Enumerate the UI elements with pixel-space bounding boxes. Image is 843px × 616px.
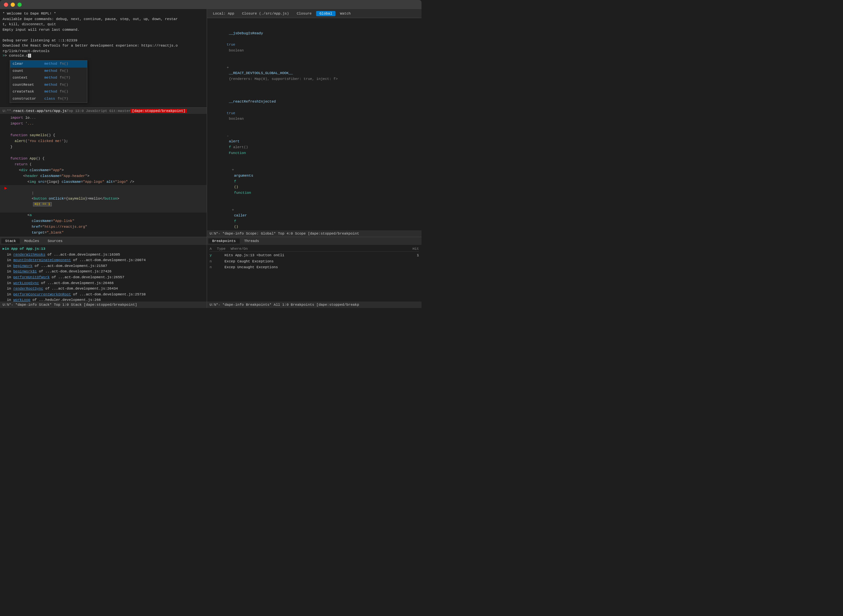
autocomplete-item-constructor[interactable]: constructor class fn(?) — [10, 95, 87, 103]
expand-jsdebug — [227, 26, 229, 30]
code-line-header-tag: <header className="App-header"> — [0, 173, 207, 179]
var-type-reactrefresh: boolean — [227, 117, 244, 121]
var-val-reactrefresh: true — [227, 111, 235, 115]
ac-sig-constructor: fn(?) — [57, 96, 68, 102]
scope-tab-global[interactable]: Global — [316, 11, 336, 16]
scope-tab-local[interactable]: Local: App — [210, 11, 238, 16]
var-type-arguments: f — [232, 180, 236, 183]
autocomplete-item-clear[interactable]: clear method fn() — [10, 60, 87, 67]
bp-row-2: n Excep Caught Exceptions — [210, 258, 419, 265]
bottom-panel: Stack Modules Sources ▶in App of App.js:… — [0, 237, 207, 308]
autocomplete-item-count[interactable]: count method fn() — [10, 67, 87, 75]
code-line-blank2 — [0, 150, 207, 156]
autocomplete-item-context[interactable]: context method fn(?) — [10, 75, 87, 82]
bp-col-type: Type — [217, 247, 226, 251]
repl-area[interactable]: * Welcome to Dape REPL! * Available Dape… — [0, 9, 207, 107]
scope-tab-closure[interactable]: Closure — [293, 11, 315, 16]
bottom-status: U:%*- *dape-info Stack* Top 1:0 Stack [d… — [0, 302, 207, 308]
stack-line-4: in beginWork$1 of ...act-dom.development… — [3, 269, 204, 275]
bp-where-3: Excep Uncaught Exceptions — [224, 264, 414, 270]
code-line-classname: className="App-link" — [0, 219, 207, 224]
var-key-alert: alert — [227, 139, 240, 143]
left-panel: * Welcome to Dape REPL! * Available Dape… — [0, 9, 207, 308]
ac-type-countreset: method — [44, 82, 57, 88]
var-type-alert: f alert() — [227, 145, 248, 149]
var-val-reactdevtools: {renderers: Map(0), supportsFiber: true,… — [227, 77, 338, 81]
stack-line-3: in beginWork of ...act-dom.development.j… — [3, 263, 204, 269]
autocomplete-dropdown: clear method fn() count method fn() cont… — [10, 60, 87, 103]
var-fn-alert: Function — [227, 151, 246, 155]
var-type2-arguments: function — [232, 191, 251, 195]
scope-tab-watch[interactable]: Watch — [337, 11, 354, 16]
stack-line-8: in performConcurrentWorkOnRoot of ...act… — [3, 292, 204, 298]
code-line-import2: import '... — [0, 121, 207, 127]
bp-where-1: Hits App.js:13 <button onCli — [224, 252, 412, 258]
repl-server: Debug server listening at ::1:62339 — [3, 38, 204, 43]
var-line-reactrefresh: __reactRefreshInjected true boolean — [210, 88, 419, 128]
bp-row-1: y Hits App.js:13 <button onCli 1 — [210, 252, 419, 258]
autocomplete-item-countreset[interactable]: countReset method fn() — [10, 82, 87, 89]
ac-type-constructor: class — [44, 96, 55, 102]
vars-area[interactable]: __jsDebugIsReady true boolean + __REACT_… — [207, 18, 421, 230]
code-modeline: U:**- react-test-app/src/App.js Top 13:0… — [0, 107, 207, 114]
ac-type-createtask: method — [44, 89, 57, 95]
ac-name-context: context — [13, 75, 42, 81]
var-key-jsdebug: __jsDebugIsReady — [227, 31, 263, 35]
autocomplete-item-createtask[interactable]: createTask method fn() — [10, 88, 87, 95]
var-val-arguments: () — [232, 185, 238, 189]
code-line-button: ► | <button onClick={sayHello}>Hello</bu… — [0, 185, 207, 213]
code-line-app-decl: function App() { — [0, 156, 207, 162]
var-val-caller: () — [232, 225, 238, 229]
ac-sig-createtask: fn() — [60, 89, 68, 95]
maximize-button[interactable] — [18, 3, 22, 7]
code-line-header: import lo... — [0, 115, 207, 121]
minimize-button[interactable] — [11, 3, 15, 7]
right-bottom-panel: Breakpoints Threads A Type Where/On Hit … — [207, 237, 421, 308]
tab-sources[interactable]: Sources — [44, 238, 66, 243]
tab-stack[interactable]: Stack — [1, 238, 20, 243]
bp-header: A Type Where/On Hit — [210, 246, 419, 252]
tab-modules[interactable]: Modules — [21, 238, 43, 243]
stack-line-9: in workLoop of ...heduler.development.js… — [3, 297, 204, 302]
code-line-img: <img src={logo} className="App-logo" alt… — [0, 179, 207, 185]
ac-type-context: method — [44, 75, 57, 81]
right-status: U:%*- *dape-info Scope: Global* Top 4:0 … — [207, 230, 421, 237]
scope-tabs: Local: App Closure (./src/App.js) Closur… — [207, 9, 421, 18]
ac-sig-countreset: fn() — [60, 82, 68, 88]
repl-devtools: Download the React DevTools for a better… — [3, 43, 204, 48]
tab-breakpoints[interactable]: Breakpoints — [208, 238, 240, 243]
close-button[interactable] — [4, 3, 8, 7]
var-type-caller: f — [232, 219, 236, 223]
expand-arguments: + — [232, 168, 234, 172]
code-line-sayhello-decl: function sayHello() { — [0, 133, 207, 138]
breakpoints-content: A Type Where/On Hit y Hits App.js:13 <bu… — [207, 245, 421, 302]
bp-row-3: n Excep Uncaught Exceptions — [210, 264, 419, 270]
expand-reactdevtools: + — [227, 66, 229, 70]
stack-content: ▶in App of App.js:13 in renderWithHooks … — [0, 245, 207, 302]
var-line-caller: + caller f () function — [210, 202, 419, 230]
repl-commands2: t, kill, disconnect, quit — [3, 22, 204, 27]
code-status-left: U:**- — [3, 109, 13, 113]
scope-tab-closure-app[interactable]: Closure (./src/App.js) — [239, 11, 292, 16]
bottom-status-text: U:%*- *dape-info Stack* Top 1:0 Stack [d… — [3, 303, 137, 307]
right-bottom-status: U:%*- *dape-info Breakpoints* All 1:0 Br… — [207, 302, 421, 308]
var-space1 — [227, 37, 229, 41]
repl-symlink: rg/link/react-devtools — [3, 48, 204, 54]
var-key-caller: caller — [232, 214, 247, 217]
repl-welcome: * Welcome to Dape REPL! * — [3, 11, 204, 16]
main-container: * Welcome to Dape REPL! * Available Dape… — [0, 9, 421, 308]
code-editor[interactable]: import lo... import '... function sayHel… — [0, 114, 207, 237]
var-line-alert: - alert f alert() Function — [210, 128, 419, 162]
repl-input-line: > > console.c | clear method fn() count … — [3, 54, 204, 57]
expand-reactrefresh — [227, 94, 229, 98]
tab-threads[interactable]: Threads — [240, 238, 263, 243]
code-line-close1: } — [0, 144, 207, 150]
repl-prompt-char: > — [3, 54, 5, 57]
titlebar — [0, 0, 421, 9]
right-panel: Local: App Closure (./src/App.js) Closur… — [207, 9, 421, 308]
code-stopped-badge: [dape:stopped/breakpoint] — [131, 109, 187, 113]
code-line-rel: rel="noopener noreferrer" — [0, 236, 207, 237]
breakpoint-dot: ► — [4, 186, 7, 191]
code-line-div: <div className="App"> — [0, 167, 207, 173]
ac-name-count: count — [13, 68, 42, 74]
